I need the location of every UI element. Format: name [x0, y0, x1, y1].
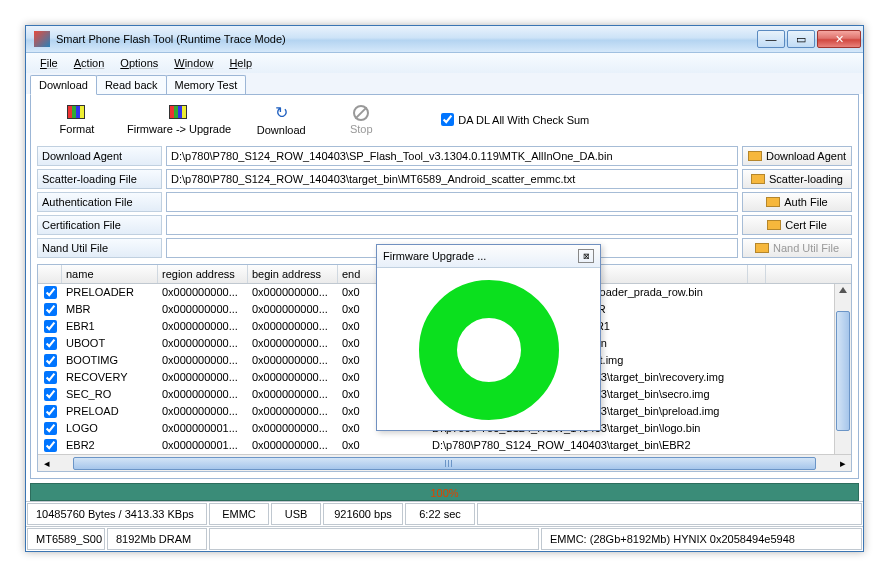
close-button[interactable]: ✕: [817, 30, 861, 48]
cert-input[interactable]: [166, 215, 738, 235]
folder-icon: [766, 197, 780, 207]
row-checkbox[interactable]: [44, 405, 57, 418]
tab-memtest[interactable]: Memory Test: [166, 75, 247, 94]
statusbar2: MT6589_S00 8192Mb DRAM EMMC: (28Gb+8192M…: [26, 526, 863, 551]
sb-baud: 921600 bps: [323, 503, 403, 525]
menu-window[interactable]: Window: [166, 55, 221, 71]
app-window: Smart Phone Flash Tool (Runtime Trace Mo…: [25, 25, 864, 552]
sb-dram: 8192Mb DRAM: [107, 528, 207, 550]
cell-begin: 0x000000000...: [248, 284, 338, 301]
sb-storage: EMMC: [209, 503, 269, 525]
cert-browse-button[interactable]: Cert File: [742, 215, 852, 235]
vscroll-thumb[interactable]: [836, 311, 850, 431]
cell-region: 0x000000001...: [158, 420, 248, 437]
folder-icon: [751, 174, 765, 184]
sb-transfer: 10485760 Bytes / 3413.33 KBps: [27, 503, 207, 525]
col-begin[interactable]: begin address: [248, 265, 338, 283]
da-label: Download Agent: [37, 146, 162, 166]
menu-options[interactable]: Options: [112, 55, 166, 71]
hscroll-thumb[interactable]: [73, 457, 816, 470]
minimize-button[interactable]: —: [757, 30, 785, 48]
scatter-browse-button[interactable]: Scatter-loading: [742, 169, 852, 189]
stop-label: Stop: [350, 123, 373, 135]
format-label: Format: [60, 123, 95, 135]
row-checkbox[interactable]: [44, 388, 57, 401]
vscroll-gutter: [748, 265, 766, 283]
auth-label: Authentication File: [37, 192, 162, 212]
cell-region: 0x000000000...: [158, 386, 248, 403]
cell-begin: 0x000000000...: [248, 318, 338, 335]
statusbar: 10485760 Bytes / 3413.33 KBps EMMC USB 9…: [26, 501, 863, 526]
row-checkbox[interactable]: [44, 320, 57, 333]
da-input[interactable]: [166, 146, 738, 166]
cell-location: D:\p780\P780_S124_ROW_140403\target_bin\…: [428, 437, 748, 454]
format-button[interactable]: Format: [47, 105, 107, 135]
checksum-option[interactable]: DA DL All With Check Sum: [441, 113, 589, 126]
stop-icon: [353, 105, 369, 121]
cell-region: 0x000000000...: [158, 403, 248, 420]
checksum-checkbox[interactable]: [441, 113, 454, 126]
scatter-input[interactable]: [166, 169, 738, 189]
cell-region: 0x000000000...: [158, 284, 248, 301]
download-icon: ↻: [275, 103, 288, 122]
auth-input[interactable]: [166, 192, 738, 212]
col-region[interactable]: region address: [158, 265, 248, 283]
titlebar[interactable]: Smart Phone Flash Tool (Runtime Trace Mo…: [26, 26, 863, 53]
cell-region: 0x000000000...: [158, 318, 248, 335]
cell-name: SEC_RO: [62, 386, 158, 403]
folder-icon: [755, 243, 769, 253]
toolbar: Format Firmware -> Upgrade ↻ Download St…: [37, 101, 852, 142]
folder-icon: [767, 220, 781, 230]
menu-action[interactable]: Action: [66, 55, 113, 71]
firmware-upgrade-button[interactable]: Firmware -> Upgrade: [127, 105, 231, 135]
success-ring-icon: [419, 280, 559, 420]
row-checkbox[interactable]: [44, 439, 57, 452]
vscrollbar[interactable]: [834, 284, 851, 454]
sb-chip: MT6589_S00: [27, 528, 105, 550]
col-name[interactable]: name: [62, 265, 158, 283]
row-checkbox[interactable]: [44, 337, 57, 350]
download-label: Download: [257, 124, 306, 136]
cell-region: 0x000000000...: [158, 369, 248, 386]
tabstrip: Download Read back Memory Test: [26, 73, 863, 94]
cell-name: LOGO: [62, 420, 158, 437]
cell-region: 0x000000001...: [158, 437, 248, 454]
da-browse-button[interactable]: Download Agent: [742, 146, 852, 166]
nand-browse-button: Nand Util File: [742, 238, 852, 258]
row-checkbox[interactable]: [44, 354, 57, 367]
cell-begin: 0x000000000...: [248, 437, 338, 454]
sb-conn: USB: [271, 503, 321, 525]
firmware-upgrade-dialog[interactable]: Firmware Upgrade ... ⊠: [376, 244, 601, 431]
hscrollbar[interactable]: ◂ ▸: [38, 454, 851, 471]
tab-download[interactable]: Download: [30, 75, 97, 95]
stop-button[interactable]: Stop: [331, 105, 391, 135]
menubar: File Action Options Window Help: [26, 53, 863, 73]
row-checkbox[interactable]: [44, 422, 57, 435]
folder-icon: [748, 151, 762, 161]
sb-time: 6:22 sec: [405, 503, 475, 525]
cell-name: PRELOAD: [62, 403, 158, 420]
file-config-grid: Download Agent Download Agent Scatter-lo…: [37, 146, 852, 258]
menu-file[interactable]: File: [32, 55, 66, 71]
cell-begin: 0x000000000...: [248, 386, 338, 403]
cell-name: PRELOADER: [62, 284, 158, 301]
auth-browse-button[interactable]: Auth File: [742, 192, 852, 212]
dialog-close-button[interactable]: ⊠: [578, 249, 594, 263]
tab-readback[interactable]: Read back: [96, 75, 167, 94]
table-row[interactable]: EBR20x000000001...0x000000000...0x0D:\p7…: [38, 437, 851, 454]
cell-region: 0x000000000...: [158, 335, 248, 352]
window-title: Smart Phone Flash Tool (Runtime Trace Mo…: [56, 33, 757, 45]
menu-help[interactable]: Help: [221, 55, 260, 71]
cell-name: BOOTIMG: [62, 352, 158, 369]
cell-name: MBR: [62, 301, 158, 318]
maximize-button[interactable]: ▭: [787, 30, 815, 48]
download-button[interactable]: ↻ Download: [251, 103, 311, 136]
scatter-label: Scatter-loading File: [37, 169, 162, 189]
nand-label: Nand Util File: [37, 238, 162, 258]
sb-emmc: EMMC: (28Gb+8192Mb) HYNIX 0x2058494e5948: [541, 528, 862, 550]
row-checkbox[interactable]: [44, 286, 57, 299]
row-checkbox[interactable]: [44, 303, 57, 316]
row-checkbox[interactable]: [44, 371, 57, 384]
cell-begin: 0x000000000...: [248, 403, 338, 420]
cell-begin: 0x000000000...: [248, 420, 338, 437]
